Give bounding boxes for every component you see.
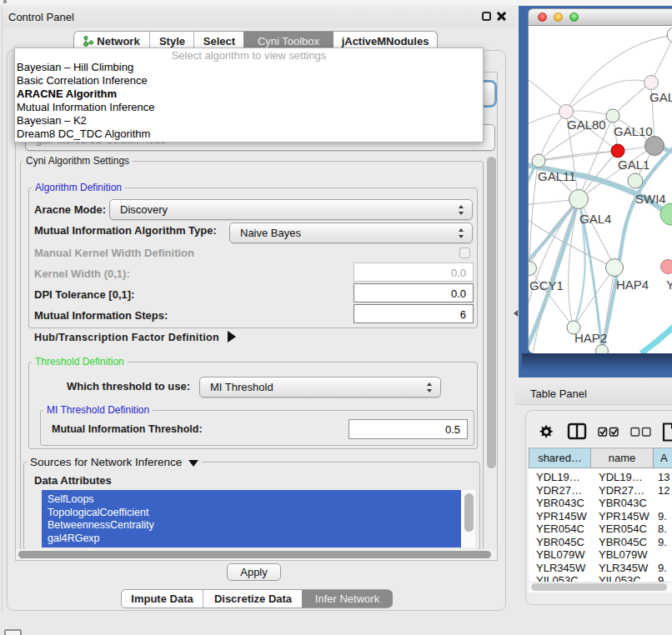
svg-text:HAP2: HAP2 xyxy=(574,331,607,345)
svg-text:SWI4: SWI4 xyxy=(635,192,666,206)
svg-text:GAL10: GAL10 xyxy=(614,124,653,138)
svg-text:GAL4: GAL4 xyxy=(579,212,611,226)
svg-text:HAP4: HAP4 xyxy=(616,278,649,292)
svg-text:GAL1: GAL1 xyxy=(618,158,649,172)
svg-text:GCY1: GCY1 xyxy=(529,278,564,292)
svg-text:GAL11: GAL11 xyxy=(538,169,576,183)
svg-text:YM: YM xyxy=(666,278,672,292)
svg-text:GAL7: GAL7 xyxy=(649,90,672,104)
svg-text:GAL80: GAL80 xyxy=(567,118,606,132)
